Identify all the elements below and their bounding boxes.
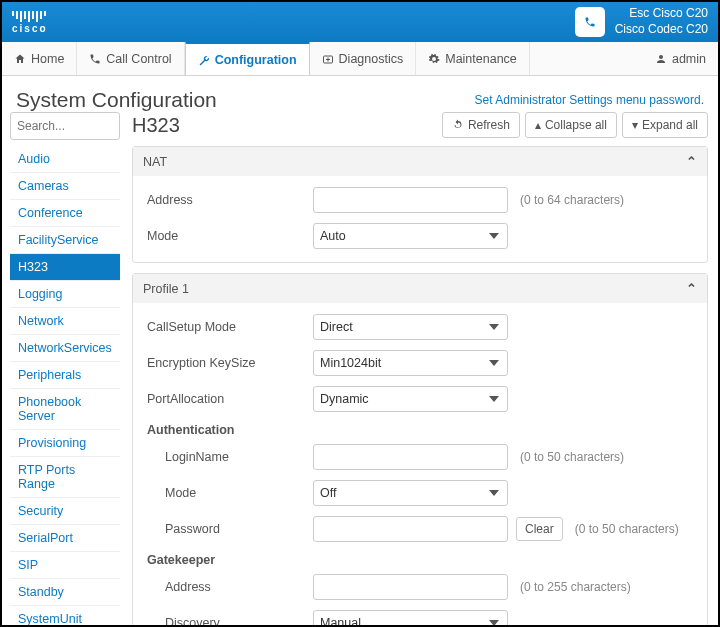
field-label: Password bbox=[143, 522, 313, 536]
search-input[interactable] bbox=[10, 112, 120, 140]
wrench-icon bbox=[198, 54, 210, 66]
field-hint: (0 to 50 characters) bbox=[575, 522, 679, 536]
sidebar-item-security[interactable]: Security bbox=[10, 498, 120, 525]
panel-header[interactable]: Profile 1⌃ bbox=[133, 274, 707, 303]
address-input[interactable] bbox=[313, 187, 508, 213]
sidebar-item-peripherals[interactable]: Peripherals bbox=[10, 362, 120, 389]
group-gatekeeper: Gatekeeper bbox=[143, 547, 697, 569]
chevron-up-icon: ⌃ bbox=[686, 154, 697, 169]
mode-select[interactable]: Auto bbox=[313, 223, 508, 249]
sidebar-item-provisioning[interactable]: Provisioning bbox=[10, 430, 120, 457]
field-label: CallSetup Mode bbox=[143, 320, 313, 334]
group-authentication: Authentication bbox=[143, 417, 697, 439]
user-icon bbox=[655, 53, 667, 65]
page-title: System Configuration bbox=[16, 88, 217, 112]
address-input[interactable] bbox=[313, 574, 508, 600]
callsetup-mode-select[interactable]: Direct bbox=[313, 314, 508, 340]
sidebar-item-network[interactable]: Network bbox=[10, 308, 120, 335]
portallocation-select[interactable]: Dynamic bbox=[313, 386, 508, 412]
collapse-all-button[interactable]: ▴ Collapse all bbox=[525, 112, 617, 138]
call-button[interactable] bbox=[575, 7, 605, 37]
panel-nat: NAT⌃Address(0 to 64 characters)ModeAuto bbox=[132, 146, 708, 263]
sidebar-item-serialport[interactable]: SerialPort bbox=[10, 525, 120, 552]
tab-configuration[interactable]: Configuration bbox=[185, 41, 310, 75]
user-menu[interactable]: admin bbox=[643, 42, 718, 75]
sidebar: AudioCamerasConferenceFacilityServiceH32… bbox=[2, 112, 120, 625]
encryption-keysize-select[interactable]: Min1024bit bbox=[313, 350, 508, 376]
cisco-logo: cisco bbox=[12, 11, 48, 34]
password-input[interactable] bbox=[313, 516, 508, 542]
field-label: PortAllocation bbox=[143, 392, 313, 406]
firstaid-icon bbox=[322, 53, 334, 65]
sidebar-item-facilityservice[interactable]: FacilityService bbox=[10, 227, 120, 254]
loginname-input[interactable] bbox=[313, 444, 508, 470]
tab-diagnostics[interactable]: Diagnostics bbox=[310, 42, 417, 75]
sidebar-item-conference[interactable]: Conference bbox=[10, 200, 120, 227]
refresh-button[interactable]: Refresh bbox=[442, 112, 520, 138]
phone-icon bbox=[584, 16, 596, 28]
field-hint: (0 to 255 characters) bbox=[520, 580, 631, 594]
section-title: H323 bbox=[132, 114, 180, 137]
sidebar-item-rtp-ports-range[interactable]: RTP Ports Range bbox=[10, 457, 120, 498]
sidebar-item-h323[interactable]: H323 bbox=[10, 254, 120, 281]
tab-call-control[interactable]: Call Control bbox=[77, 42, 184, 75]
sidebar-item-networkservices[interactable]: NetworkServices bbox=[10, 335, 120, 362]
field-label: Address bbox=[143, 193, 313, 207]
set-admin-password-link[interactable]: Set Administrator Settings menu password… bbox=[475, 93, 704, 107]
chevron-up-icon: ⌃ bbox=[686, 281, 697, 296]
gear-icon bbox=[428, 53, 440, 65]
field-label: Encryption KeySize bbox=[143, 356, 313, 370]
header-bar: cisco Esc Cisco C20 Cisco Codec C20 bbox=[2, 2, 718, 42]
field-label: Mode bbox=[143, 229, 313, 243]
field-label: Address bbox=[143, 580, 313, 594]
home-icon bbox=[14, 53, 26, 65]
panel-header[interactable]: NAT⌃ bbox=[133, 147, 707, 176]
sidebar-item-sip[interactable]: SIP bbox=[10, 552, 120, 579]
expand-all-button[interactable]: ▾ Expand all bbox=[622, 112, 708, 138]
chevron-down-icon: ▾ bbox=[632, 118, 638, 132]
field-hint: (0 to 64 characters) bbox=[520, 193, 624, 207]
main-menubar: Home Call Control Configuration Diagnost… bbox=[2, 42, 718, 76]
field-label: LoginName bbox=[143, 450, 313, 464]
mode-select[interactable]: Off bbox=[313, 480, 508, 506]
sidebar-nav: AudioCamerasConferenceFacilityServiceH32… bbox=[10, 146, 120, 627]
chevron-up-icon: ▴ bbox=[535, 118, 541, 132]
clear-button[interactable]: Clear bbox=[516, 517, 563, 541]
sidebar-item-systemunit[interactable]: SystemUnit bbox=[10, 606, 120, 627]
refresh-icon bbox=[452, 119, 464, 131]
field-label: Discovery bbox=[143, 616, 313, 625]
panel-profile-1: Profile 1⌃CallSetup ModeDirectEncryption… bbox=[132, 273, 708, 625]
discovery-select[interactable]: Manual bbox=[313, 610, 508, 625]
sidebar-item-logging[interactable]: Logging bbox=[10, 281, 120, 308]
sidebar-item-audio[interactable]: Audio bbox=[10, 146, 120, 173]
device-info: Esc Cisco C20 Cisco Codec C20 bbox=[615, 6, 708, 37]
tab-home[interactable]: Home bbox=[2, 42, 77, 75]
phone-icon bbox=[89, 53, 101, 65]
tab-maintenance[interactable]: Maintenance bbox=[416, 42, 530, 75]
sidebar-item-phonebook-server[interactable]: Phonebook Server bbox=[10, 389, 120, 430]
sidebar-item-standby[interactable]: Standby bbox=[10, 579, 120, 606]
sidebar-item-cameras[interactable]: Cameras bbox=[10, 173, 120, 200]
field-hint: (0 to 50 characters) bbox=[520, 450, 624, 464]
field-label: Mode bbox=[143, 486, 313, 500]
